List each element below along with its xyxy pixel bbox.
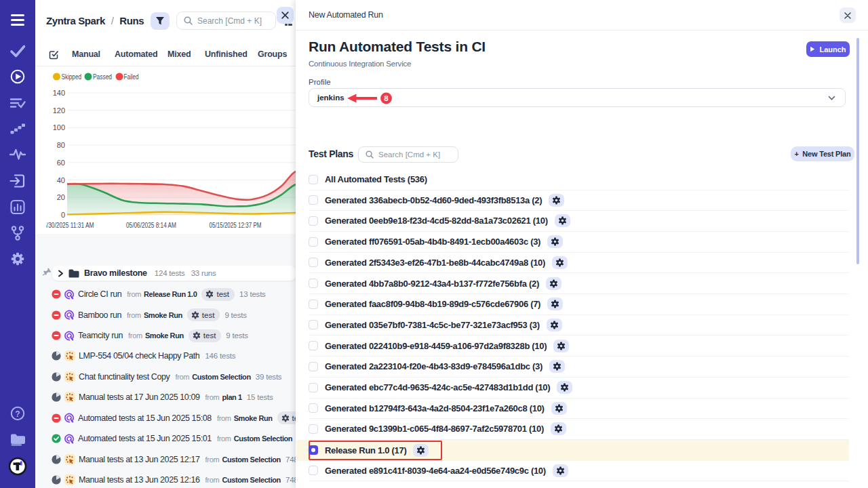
svg-text:04/30/2025 11:31 AM: 04/30/2025 11:31 AM <box>46 221 94 229</box>
svg-text:05/15/2025 12:37 PM: 05/15/2025 12:37 PM <box>210 221 262 229</box>
svg-text:120: 120 <box>53 106 65 115</box>
svg-text:40: 40 <box>57 176 65 184</box>
svg-text:Failed: Failed <box>124 73 139 81</box>
svg-text:20: 20 <box>57 193 65 201</box>
svg-text:0: 0 <box>61 211 65 219</box>
svg-text:Skipped: Skipped <box>62 73 82 81</box>
svg-text:100: 100 <box>53 123 65 131</box>
svg-text:140: 140 <box>53 89 65 97</box>
svg-text:8: 8 <box>384 94 389 102</box>
svg-text:80: 80 <box>57 141 65 149</box>
svg-text:05/06/2025 8:14 AM: 05/06/2025 8:14 AM <box>126 221 176 229</box>
svg-text:60: 60 <box>57 159 65 167</box>
svg-text:?: ? <box>15 409 20 419</box>
svg-text:Passed: Passed <box>93 73 112 81</box>
